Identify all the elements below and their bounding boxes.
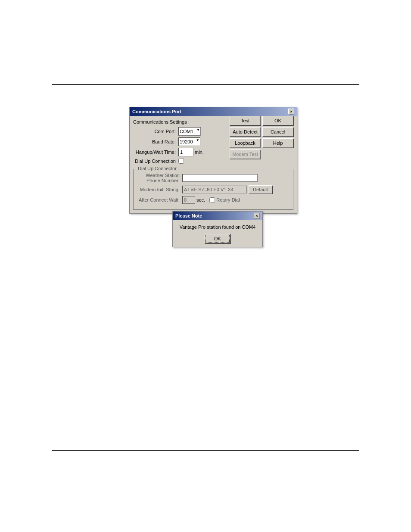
auto-detect-button[interactable]: Auto Detect bbox=[230, 127, 261, 137]
rotary-dial-checkbox[interactable] bbox=[209, 197, 215, 203]
hangup-wait-unit: min. bbox=[195, 149, 204, 155]
after-connect-row: After Connect Wait: sec. Rotary Dial bbox=[137, 196, 290, 204]
btn-row-4: Modem Test bbox=[230, 149, 293, 159]
note-dialog-titlebar: Please Note × bbox=[173, 212, 262, 220]
baud-rate-select-wrapper: 1200 2400 4800 9600 19200 38400 bbox=[178, 137, 200, 146]
comm-dialog-close-button[interactable]: × bbox=[288, 109, 294, 115]
comm-dialog-title: Communications Port bbox=[132, 109, 181, 114]
modem-init-label: Modem Init. String: bbox=[137, 187, 182, 192]
modem-init-row: Modem Init. String: Default bbox=[137, 185, 290, 194]
com-port-select[interactable]: COM1 COM2 COM3 COM4 bbox=[178, 127, 201, 136]
note-dialog-close-button[interactable]: × bbox=[254, 213, 260, 219]
note-dialog-title: Please Note bbox=[175, 213, 202, 218]
hangup-wait-label: Hangup/Wait Time: bbox=[133, 149, 178, 155]
button-column: Test OK Auto Detect Cancel Loopback Help… bbox=[230, 116, 293, 159]
baud-rate-select[interactable]: 1200 2400 4800 9600 19200 38400 bbox=[178, 137, 200, 146]
comm-dialog-body: Communications Settings Com Port: COM1 C… bbox=[130, 116, 297, 213]
default-button[interactable]: Default bbox=[249, 185, 272, 194]
weather-station-row: Weather Station Phone Number: bbox=[137, 173, 290, 183]
modem-test-button[interactable]: Modem Test bbox=[230, 149, 261, 159]
com-port-select-wrapper: COM1 COM2 COM3 COM4 bbox=[178, 127, 201, 136]
modem-init-input[interactable] bbox=[182, 186, 247, 193]
cancel-button[interactable]: Cancel bbox=[262, 127, 293, 137]
com-port-label: Com Port: bbox=[133, 129, 178, 134]
dial-up-group-box: Dial Up Connector Weather Station Phone … bbox=[133, 169, 293, 210]
after-connect-unit: sec. bbox=[196, 197, 205, 202]
ok-button[interactable]: OK bbox=[262, 116, 293, 125]
weather-station-input[interactable] bbox=[182, 174, 258, 182]
test-button[interactable]: Test bbox=[230, 116, 261, 125]
bottom-rule bbox=[52, 450, 359, 451]
dial-up-checkbox[interactable] bbox=[178, 158, 184, 164]
loopback-button[interactable]: Loopback bbox=[230, 138, 261, 148]
btn-row-2: Auto Detect Cancel bbox=[230, 127, 293, 137]
dial-up-label: Dial Up Connection bbox=[133, 159, 178, 164]
btn-row-3: Loopback Help bbox=[230, 138, 293, 148]
comm-dialog-titlebar: Communications Port × bbox=[130, 107, 297, 116]
note-message: Vantage Pro station found on COM4 bbox=[178, 224, 257, 230]
hangup-wait-input[interactable] bbox=[178, 148, 193, 156]
comm-port-dialog: Communications Port × Communications Set… bbox=[129, 107, 297, 214]
after-connect-input[interactable] bbox=[182, 196, 195, 204]
after-connect-label: After Connect Wait: bbox=[137, 197, 182, 202]
help-button[interactable]: Help bbox=[262, 138, 293, 148]
please-note-dialog: Please Note × Vantage Pro station found … bbox=[172, 211, 263, 247]
note-dialog-body: Vantage Pro station found on COM4 OK bbox=[173, 220, 262, 247]
rotary-dial-wrapper: Rotary Dial bbox=[209, 197, 240, 203]
weather-station-label: Weather Station Phone Number: bbox=[137, 173, 182, 183]
dial-up-group-inner: Weather Station Phone Number: Modem Init… bbox=[137, 173, 290, 204]
btn-row-1: Test OK bbox=[230, 116, 293, 125]
baud-rate-label: Baud Rate: bbox=[133, 139, 178, 144]
rotary-dial-label: Rotary Dial bbox=[216, 197, 240, 202]
dial-up-group-label: Dial Up Connector bbox=[137, 166, 177, 171]
top-rule bbox=[52, 84, 359, 85]
note-ok-button[interactable]: OK bbox=[205, 234, 230, 243]
